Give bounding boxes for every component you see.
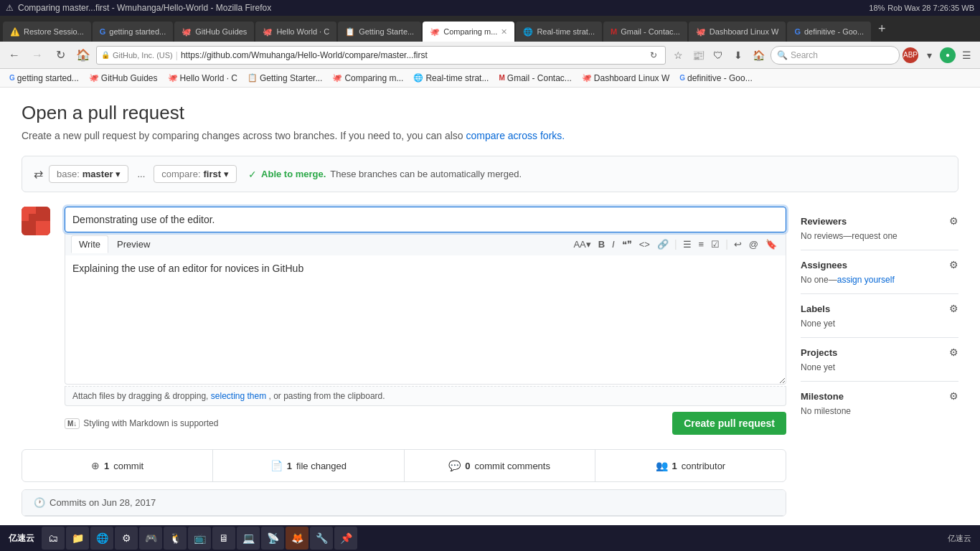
sidebar-reviewers: Reviewers ⚙ No reviews—request one [801, 207, 958, 250]
search-bar[interactable]: 🔍 Search [771, 46, 900, 65]
tab-restore[interactable]: ⚠️ Restore Sessio... [3, 22, 91, 42]
shield-button[interactable]: 🛡 [709, 46, 727, 65]
commits-count: 1 [104, 461, 109, 471]
bookmark-gmail[interactable]: M Gmail - Contac... [495, 72, 575, 85]
green-circle-button[interactable]: ● [940, 47, 956, 63]
tab-label-guides: GitHub Guides [195, 27, 247, 36]
link-button[interactable]: 🔗 [654, 237, 672, 251]
extensions-button[interactable]: ▾ [920, 46, 938, 65]
taskbar-btn-9[interactable]: 💻 [237, 527, 260, 531]
assign-yourself-link[interactable]: assign yourself [837, 275, 895, 285]
ordered-list-button[interactable]: ≡ [696, 237, 707, 251]
task-list-button[interactable]: ☑ [708, 237, 722, 251]
reviewers-gear-button[interactable]: ⚙ [949, 215, 958, 227]
bookmark-label-9: definitive - Goo... [687, 73, 753, 83]
italic-button[interactable]: I [609, 237, 618, 251]
bookmark-comparing[interactable]: 🐙 Comparing m... [329, 72, 407, 85]
create-pr-button[interactable]: Create pull request [672, 412, 786, 435]
compare-branch-selector[interactable]: compare: first ▾ [154, 165, 237, 183]
reading-list-button[interactable]: 📰 [689, 46, 707, 65]
tab-definitive[interactable]: G definitive - Goo... [787, 22, 871, 42]
taskbar: 亿速云 🗂 📁 🌐 ⚙ 🎮 🐧 📺 🖥 💻 📡 🦊 🔧 📌 亿速云 [0, 525, 980, 531]
address-bar[interactable]: 🔒 GitHub, Inc. (US) | https://github.com… [96, 46, 666, 65]
milestone-gear-button[interactable]: ⚙ [949, 390, 958, 402]
bookmark-github-guides[interactable]: 🐙 GitHub Guides [85, 72, 161, 85]
tab-github-guides[interactable]: 🐙 GitHub Guides [174, 22, 254, 42]
forward-button[interactable]: → [27, 45, 47, 65]
tab-getting-starter[interactable]: 📋 Getting Starte... [338, 22, 421, 42]
quote-button[interactable]: ❝❞ [619, 237, 635, 251]
tab-preview-button[interactable]: Preview [110, 236, 157, 253]
ref-button[interactable]: 🔖 [763, 237, 780, 251]
bookmark-definitive[interactable]: G definitive - Goo... [676, 72, 756, 85]
back-button[interactable]: ← [4, 45, 24, 65]
tab-getting-started-g[interactable]: G getting started... [93, 22, 173, 42]
pr-form-area: Write Preview AA▾ B I ❝❞ <> 🔗 | ☰ ≡ ☑ | [22, 207, 786, 517]
tab-write-button[interactable]: Write [71, 235, 108, 253]
sidebar-milestone-header: Milestone ⚙ [801, 390, 958, 402]
bookmark-realtime[interactable]: 🌐 Real-time strat... [410, 72, 492, 85]
base-branch-selector[interactable]: base: master ▾ [49, 165, 128, 183]
commits-section: 🕐 Commits on Jun 28, 2017 [22, 489, 786, 517]
tab-favicon-g: G [100, 27, 106, 36]
pr-form: Write Preview AA▾ B I ❝❞ <> 🔗 | ☰ ≡ ☑ | [65, 207, 786, 435]
taskbar-btn-10[interactable]: 📡 [261, 527, 284, 531]
bookmark-dashboard[interactable]: 🐙 Dashboard Linux W [578, 72, 673, 85]
new-tab-button[interactable]: + [872, 22, 892, 37]
taskbar-btn-6[interactable]: 🐧 [164, 527, 187, 531]
menu-button[interactable]: ☰ [957, 46, 976, 65]
download-button[interactable]: ⬇ [729, 46, 748, 65]
taskbar-btn-12[interactable]: 📌 [334, 527, 357, 531]
code-button[interactable]: <> [636, 237, 653, 251]
bold-button[interactable]: B [595, 237, 608, 251]
taskbar-btn-4[interactable]: ⚙ [115, 527, 138, 531]
tab-label-gs: Getting Starte... [359, 27, 414, 36]
taskbar-btn-3[interactable]: 🌐 [90, 527, 113, 531]
mention-button[interactable]: @ [746, 237, 761, 251]
taskbar-btn-2[interactable]: 📁 [66, 527, 89, 531]
labels-gear-button[interactable]: ⚙ [949, 303, 958, 314]
taskbar-btn-11[interactable]: 🔧 [310, 527, 333, 531]
refresh-address-button[interactable]: ↻ [646, 48, 661, 62]
tab-comparing[interactable]: 🐙 Comparing m... ✕ [423, 22, 514, 42]
merge-status-text: These branches can be automatically merg… [330, 169, 522, 179]
bookmark-favicon-8: 🐙 [582, 73, 592, 83]
bookmark-getting-started[interactable]: G getting started... [6, 72, 83, 85]
contributors-label: contributor [682, 461, 725, 471]
taskbar-btn-8[interactable]: 🖥 [212, 527, 235, 531]
tab-close-comparing[interactable]: ✕ [501, 27, 507, 37]
commits-stat: ⊕ 1 commit [22, 450, 213, 481]
font-size-button[interactable]: AA▾ [570, 237, 593, 251]
pr-body-textarea[interactable] [65, 255, 786, 385]
home-button[interactable]: 🏠 [73, 45, 93, 65]
bookmark-hello-world[interactable]: 🐙 Hello World · C [164, 72, 241, 85]
projects-title: Projects [801, 347, 837, 358]
pr-title-input[interactable] [65, 207, 786, 232]
tab-dashboard[interactable]: 🐙 Dashboard Linux W [689, 22, 786, 42]
tab-hello-world[interactable]: 🐙 Hello World · C [255, 22, 336, 42]
bookmark-favicon-3: 🐙 [168, 73, 178, 83]
unordered-list-button[interactable]: ☰ [680, 237, 694, 251]
taskbar-btn-5[interactable]: 🎮 [139, 527, 162, 531]
page-content: Open a pull request Create a new pull re… [0, 88, 980, 531]
selecting-them-link[interactable]: selecting them [211, 391, 266, 401]
comments-label: commit comments [475, 461, 550, 471]
commits-date-label: Commits on Jun 28, 2017 [50, 497, 156, 508]
taskbar-btn-firefox[interactable]: 🦊 [286, 527, 308, 531]
adblock-button[interactable]: ABP [903, 47, 918, 63]
tab-favicon-gs: 📋 [345, 27, 355, 37]
reply-button[interactable]: ↩ [731, 237, 745, 251]
reload-button[interactable]: ↻ [50, 45, 70, 65]
tab-realtime[interactable]: 🌐 Real-time strat... [516, 22, 602, 42]
taskbar-btn-1[interactable]: 🗂 [42, 527, 65, 531]
url-display: https://github.com/Wmuhanga/Hello-World/… [181, 50, 644, 60]
taskbar-btn-7[interactable]: 📺 [188, 527, 211, 531]
tab-gmail[interactable]: M Gmail - Contac... [603, 22, 687, 42]
compare-forks-link[interactable]: compare across forks. [466, 130, 565, 141]
projects-gear-button[interactable]: ⚙ [949, 347, 958, 358]
home-nav-button[interactable]: 🏠 [749, 46, 768, 65]
assignees-gear-button[interactable]: ⚙ [949, 259, 958, 270]
bookmark-getting-starter[interactable]: 📋 Getting Starter... [244, 72, 326, 85]
bookmark-star-button[interactable]: ☆ [669, 46, 687, 65]
bookmark-favicon-2: 🐙 [89, 73, 99, 83]
